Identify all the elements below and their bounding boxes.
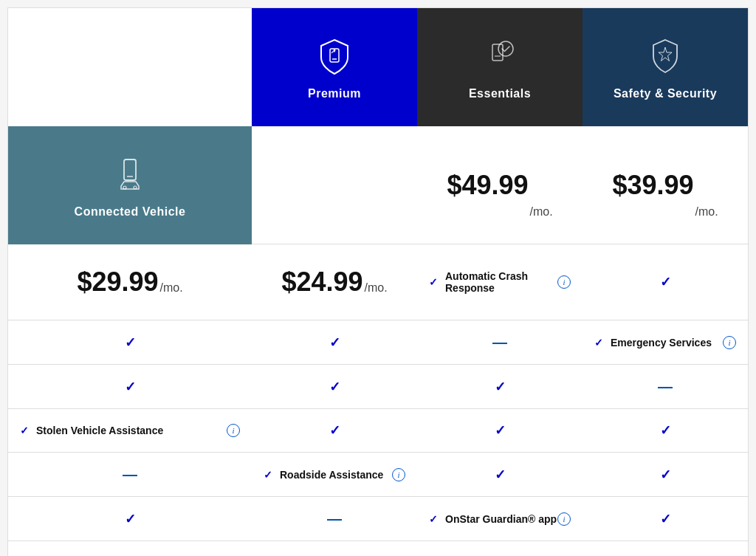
checkmark: ✓ xyxy=(329,334,340,351)
dash: — xyxy=(492,334,507,351)
dash: — xyxy=(327,510,342,527)
checkmark: ✓ xyxy=(660,511,671,527)
price-label-cell xyxy=(252,126,417,244)
feature-3-premium: ✓ xyxy=(417,453,583,497)
shield-phone-icon xyxy=(312,34,357,78)
feature-label-5: ✓ Remote Vehicle Access i xyxy=(583,541,748,556)
checkmark: ✓ xyxy=(495,422,506,439)
feature-label-left-0: ✓ Automatic Crash Response xyxy=(429,270,557,294)
premium-price: $49.99 xyxy=(447,170,528,201)
safety-price: $29.99 xyxy=(77,267,158,298)
feature-label-left-4: ✓ OnStar Guardian® app xyxy=(429,513,557,525)
plan-header-essentials: Essentials xyxy=(417,8,583,126)
checkmark: ✓ xyxy=(660,274,671,290)
checkmark: ✓ xyxy=(495,379,506,395)
svg-point-4 xyxy=(498,41,513,56)
checkmark: ✓ xyxy=(125,379,136,395)
feature-4-essentials: ✓ xyxy=(8,541,252,556)
feature-1-connected: — xyxy=(583,365,748,409)
feature-2-premium: ✓ xyxy=(252,409,417,453)
price-cell-essentials: $39.99 /mo. xyxy=(583,126,748,244)
feature-name-2: Stolen Vehicle Assistance xyxy=(36,425,163,436)
essentials-price-mo: /mo. xyxy=(695,205,718,222)
safety-plan-name: Safety & Security xyxy=(614,87,717,100)
checkmark: ✓ xyxy=(125,334,136,351)
checkmark: ✓ xyxy=(329,379,340,395)
dash: — xyxy=(123,466,137,483)
checkmark: ✓ xyxy=(125,511,136,527)
phone-car-icon xyxy=(108,152,152,196)
svg-marker-6 xyxy=(659,47,672,61)
essentials-price: $39.99 xyxy=(612,170,693,201)
info-icon-4[interactable]: i xyxy=(557,512,571,526)
premium-price-mo: /mo. xyxy=(529,205,552,222)
feature-label-left-3: ✓ Roadside Assistance xyxy=(264,469,383,481)
price-cell-premium: $49.99 /mo. xyxy=(417,126,583,244)
plan-header-connected: Connected Vehicle xyxy=(8,126,252,244)
feature-2-safety: ✓ xyxy=(583,409,748,453)
feature-check-icon-3: ✓ xyxy=(264,469,272,481)
plan-header-safety: Safety & Security xyxy=(583,8,748,126)
feature-label-1: ✓ Emergency Services i xyxy=(583,320,748,365)
feature-label-left-2: ✓ Stolen Vehicle Assistance xyxy=(20,425,163,436)
feature-4-safety: ✓ xyxy=(252,541,417,556)
feature-0-safety: ✓ xyxy=(252,320,417,365)
info-icon-3[interactable]: i xyxy=(392,468,405,481)
feature-check-icon-0: ✓ xyxy=(429,276,438,288)
premium-plan-name: Premium xyxy=(308,87,361,100)
feature-check-icon-1: ✓ xyxy=(594,337,603,349)
shield-check-phone-icon xyxy=(478,34,522,78)
svg-rect-7 xyxy=(124,159,136,180)
shield-star-icon xyxy=(643,34,687,78)
pricing-table: Premium Essentials Safety & Security Con… xyxy=(7,7,749,556)
checkmark: ✓ xyxy=(660,467,671,483)
price-cell-connected: $24.99 /mo. xyxy=(252,244,417,320)
essentials-plan-name: Essentials xyxy=(469,87,531,100)
connected-plan-name: Connected Vehicle xyxy=(75,205,186,219)
feature-label-2: ✓ Stolen Vehicle Assistance i xyxy=(8,409,252,453)
plan-header-premium: Premium xyxy=(252,8,417,126)
feature-name-4: OnStar Guardian® app xyxy=(445,513,557,525)
feature-label-left-1: ✓ Emergency Services xyxy=(594,337,712,349)
checkmark: ✓ xyxy=(495,467,506,483)
feature-1-premium: ✓ xyxy=(8,365,252,409)
feature-0-premium: ✓ xyxy=(583,244,748,320)
feature-name-1: Emergency Services xyxy=(611,337,712,349)
features-header xyxy=(8,8,252,126)
connected-price-mo: /mo. xyxy=(364,281,387,298)
feature-name-0: Automatic Crash Response xyxy=(445,270,557,294)
safety-price-mo: /mo. xyxy=(159,281,182,298)
price-cell-safety: $29.99 /mo. xyxy=(8,244,252,320)
feature-2-essentials: ✓ xyxy=(417,409,583,453)
feature-3-connected: — xyxy=(252,497,417,541)
connected-price: $24.99 xyxy=(281,267,362,298)
info-icon-2[interactable]: i xyxy=(227,424,240,437)
feature-1-essentials: ✓ xyxy=(252,365,417,409)
feature-4-connected: — xyxy=(417,541,583,556)
feature-name-3: Roadside Assistance xyxy=(280,469,383,481)
svg-rect-3 xyxy=(492,44,503,61)
dash: — xyxy=(658,378,673,395)
feature-label-3: ✓ Roadside Assistance i xyxy=(252,453,417,497)
feature-0-connected: — xyxy=(417,320,583,365)
info-icon-1[interactable]: i xyxy=(723,336,736,349)
feature-check-icon-2: ✓ xyxy=(20,425,29,436)
feature-3-essentials: ✓ xyxy=(583,453,748,497)
checkmark: ✓ xyxy=(660,422,671,439)
feature-3-safety: ✓ xyxy=(8,497,252,541)
feature-check-icon-4: ✓ xyxy=(429,513,438,525)
feature-2-connected: — xyxy=(8,453,252,497)
feature-1-safety: ✓ xyxy=(417,365,583,409)
feature-label-0: ✓ Automatic Crash Response i xyxy=(417,244,583,320)
feature-4-premium: ✓ xyxy=(583,497,748,541)
checkmark: ✓ xyxy=(329,422,340,439)
feature-label-4: ✓ OnStar Guardian® app i xyxy=(417,497,583,541)
info-icon-0[interactable]: i xyxy=(557,275,571,289)
feature-0-essentials: ✓ xyxy=(8,320,252,365)
